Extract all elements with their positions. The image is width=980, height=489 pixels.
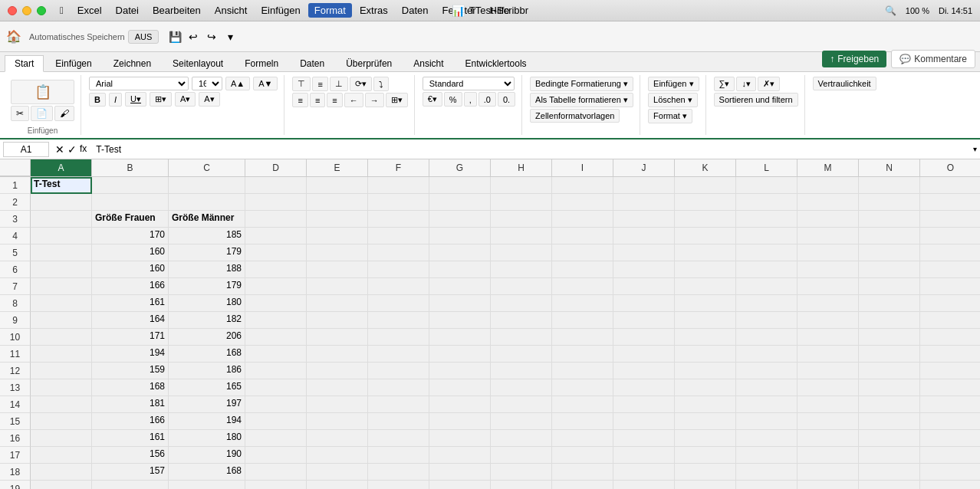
col-header-O[interactable]: O [920,159,980,176]
cell-B9[interactable]: 164 [92,312,169,329]
cell-O12[interactable] [920,363,980,379]
cell-L14[interactable] [736,396,797,413]
cell-D13[interactable] [245,379,307,396]
cell-I18[interactable] [552,464,613,481]
tab-zeichnen[interactable]: Zeichnen [104,55,161,71]
cell-E10[interactable] [307,329,368,346]
cell-H7[interactable] [491,278,552,295]
cell-I8[interactable] [552,295,613,312]
cell-A12[interactable] [31,363,92,379]
bold-button[interactable]: B [89,93,106,107]
percent-button[interactable]: % [444,92,462,107]
cell-O7[interactable] [920,278,980,295]
currency-button[interactable]: €▾ [423,92,442,107]
cell-A4[interactable] [31,228,92,244]
bearbeiten-menu[interactable]: Bearbeiten [146,3,207,18]
cell-O18[interactable] [920,464,980,481]
col-header-D[interactable]: D [245,159,307,176]
align-right-button[interactable]: ≡ [327,93,342,107]
datei-menu[interactable]: Datei [110,3,145,18]
cell-B10[interactable]: 171 [92,329,169,346]
cell-G9[interactable] [429,312,491,329]
cell-A8[interactable] [31,295,92,312]
cell-H13[interactable] [491,379,552,396]
cell-D14[interactable] [245,396,307,413]
cell-E7[interactable] [307,278,368,295]
cell-L19[interactable] [736,481,797,489]
tab-ueberprufen[interactable]: Überprüfen [336,55,402,71]
col-header-J[interactable]: J [613,159,675,176]
cell-D11[interactable] [245,346,307,363]
cell-J6[interactable] [613,261,675,278]
cell-K1[interactable] [675,177,736,194]
cell-B14[interactable]: 181 [92,396,169,413]
col-header-I[interactable]: I [552,159,613,176]
cell-C6[interactable]: 188 [169,261,245,278]
comments-button[interactable]: 💬 Kommentare [891,50,975,68]
cell-D8[interactable] [245,295,307,312]
cell-E18[interactable] [307,464,368,481]
cell-D17[interactable] [245,447,307,464]
cell-J3[interactable] [613,211,675,228]
cell-G10[interactable] [429,329,491,346]
sort-filter-button[interactable]: Sortieren und filtern [714,93,798,107]
cell-C17[interactable]: 190 [169,447,245,464]
cell-F9[interactable] [368,312,429,329]
cell-M14[interactable] [797,396,859,413]
cell-B17[interactable]: 156 [92,447,169,464]
cell-O2[interactable] [920,194,980,211]
apple-menu[interactable]:  [54,3,70,18]
cell-J11[interactable] [613,346,675,363]
format-painter-button[interactable]: 🖌 [54,106,74,121]
cell-M12[interactable] [797,363,859,379]
formula-input[interactable] [93,143,970,156]
cell-C10[interactable]: 206 [169,329,245,346]
cell-G17[interactable] [429,447,491,464]
cell-K15[interactable] [675,413,736,430]
col-header-N[interactable]: N [859,159,920,176]
cell-F18[interactable] [368,464,429,481]
cell-A3[interactable] [31,211,92,228]
cell-J18[interactable] [613,464,675,481]
align-middle-button[interactable]: ≡ [312,77,327,91]
cell-M11[interactable] [797,346,859,363]
merge-cells-button[interactable]: ⊞▾ [386,93,408,107]
cell-N8[interactable] [859,295,920,312]
cell-L3[interactable] [736,211,797,228]
col-header-G[interactable]: G [429,159,491,176]
cell-D19[interactable] [245,481,307,489]
format-cells-button[interactable]: Format ▾ [648,109,692,123]
cell-A2[interactable] [31,194,92,211]
cell-J1[interactable] [613,177,675,194]
cell-N16[interactable] [859,430,920,447]
cell-M9[interactable] [797,312,859,329]
cell-G13[interactable] [429,379,491,396]
cell-F7[interactable] [368,278,429,295]
cell-O10[interactable] [920,329,980,346]
cell-E4[interactable] [307,228,368,244]
number-format-select[interactable]: Standard [423,77,515,90]
cell-K12[interactable] [675,363,736,379]
conditional-format-button[interactable]: Bedingte Formatierung ▾ [530,77,633,91]
cell-G18[interactable] [429,464,491,481]
cell-G1[interactable] [429,177,491,194]
cell-J19[interactable] [613,481,675,489]
cell-J16[interactable] [613,430,675,447]
cell-F19[interactable] [368,481,429,489]
cell-K16[interactable] [675,430,736,447]
fill-button[interactable]: ↓▾ [736,77,756,91]
cell-N2[interactable] [859,194,920,211]
cell-E5[interactable] [307,244,368,261]
cell-K14[interactable] [675,396,736,413]
cell-G7[interactable] [429,278,491,295]
paste-button[interactable]: 📋 [11,80,74,104]
cell-O11[interactable] [920,346,980,363]
cell-C7[interactable]: 179 [169,278,245,295]
cell-C8[interactable]: 180 [169,295,245,312]
underline-button[interactable]: U▾ [125,92,146,107]
cell-O17[interactable] [920,447,980,464]
cell-C11[interactable]: 168 [169,346,245,363]
cell-B15[interactable]: 166 [92,413,169,430]
cell-I7[interactable] [552,278,613,295]
cell-M17[interactable] [797,447,859,464]
